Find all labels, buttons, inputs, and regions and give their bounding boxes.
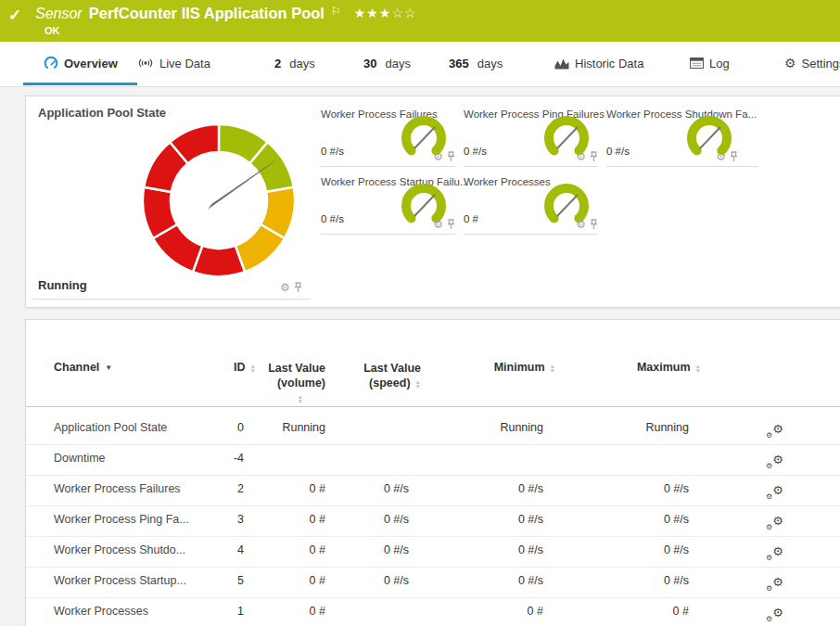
maximum-value: 0 #/s <box>568 513 689 526</box>
gauge-actions: ⚙ <box>716 151 738 162</box>
table-row[interactable]: Downtime -4 ⚙⚙ <box>26 444 840 476</box>
tab-historic-data-label: Historic Data <box>575 57 643 70</box>
gear-icon[interactable]: ⚙ <box>576 151 586 162</box>
gauge-icon <box>44 56 58 70</box>
gauge-value: 0 #/s <box>321 213 344 224</box>
last-value-volume: 0 # <box>251 543 325 556</box>
channel-name: Downtime <box>54 452 106 465</box>
double-gear-icon: ⚙⚙ <box>766 425 783 441</box>
active-tab-underline <box>23 83 137 85</box>
tab-365-days-number: 365 <box>449 57 469 70</box>
gear-icon[interactable]: ⚙ <box>433 219 443 230</box>
area-chart-icon <box>554 57 569 70</box>
tab-2-days-number: 2 <box>274 57 281 70</box>
sort-icon: ▲▼ <box>298 394 303 403</box>
table-row[interactable]: Worker Process Failures 2 0 # 0 #/s 0 #/… <box>26 475 840 506</box>
last-value-volume: 0 # <box>251 574 325 587</box>
tab-historic-data[interactable]: Historic Data <box>554 42 643 84</box>
col-header-id[interactable]: ID▲▼ <box>197 361 256 374</box>
channel-name: Worker Process Failures <box>54 482 181 495</box>
gauge-actions: ⚙ <box>576 151 598 162</box>
col-header-maximum[interactable]: Maximum▲▼ <box>568 361 701 374</box>
gauge-cell-worker-processes: Worker Processes 0 # ⚙ <box>464 173 598 235</box>
gear-icon: ⚙ <box>784 57 796 70</box>
tab-live-data-label: Live Data <box>159 57 210 70</box>
minimum-value: 0 #/s <box>423 513 543 526</box>
gauge-cell-worker-process-failures: Worker Process Failures 0 #/s ⚙ <box>321 106 455 167</box>
pin-icon[interactable] <box>447 151 455 162</box>
priority-stars[interactable]: ★★★☆☆ <box>354 6 417 20</box>
sort-icon: ▲▼ <box>415 379 421 389</box>
tab-30-days[interactable]: 30 days <box>363 42 411 84</box>
pin-icon[interactable] <box>590 151 598 162</box>
tab-settings[interactable]: ⚙ Settings <box>784 42 840 84</box>
minimum-value: 0 #/s <box>423 543 543 556</box>
page-title: PerfCounter IIS Application Pool <box>89 5 325 22</box>
gauge-value: 0 #/s <box>321 146 344 157</box>
channel-id: 3 <box>197 513 244 526</box>
col-header-maximum-label: Maximum <box>637 361 691 374</box>
maximum-value: Running <box>568 421 689 434</box>
pin-icon[interactable] <box>294 282 302 293</box>
flag-icon[interactable]: ⚐ <box>331 5 341 18</box>
gauge-cell-worker-process-shutdown-failures: Worker Process Shutdown Fa... 0 #/s ⚙ <box>606 106 758 167</box>
tab-bar: Overview Live Data 2 days 30 days 365 da… <box>0 42 840 87</box>
maximum-value: 0 #/s <box>568 574 689 587</box>
gear-icon[interactable]: ⚙ <box>280 282 290 293</box>
col-header-line2: (volume) <box>277 377 325 390</box>
double-gear-icon: ⚙⚙ <box>766 547 783 563</box>
gauge-cell-worker-process-ping-failures: Worker Process Ping Failures 0 #/s ⚙ <box>464 106 598 167</box>
gear-icon[interactable]: ⚙ <box>433 151 443 162</box>
channel-table-panel: Channel▼ ID▲▼ Last Value (volume) ▲▼ Las… <box>25 319 840 626</box>
gear-icon[interactable]: ⚙ <box>576 219 586 230</box>
sensor-title-row: Sensor PerfCounter IIS Application Pool … <box>35 5 416 22</box>
log-list-icon <box>690 57 704 69</box>
maximum-value: 0 #/s <box>568 482 689 495</box>
tab-overview[interactable]: Overview <box>44 42 118 84</box>
tab-365-days-label: days <box>477 57 503 70</box>
tab-live-data[interactable]: Live Data <box>137 42 210 84</box>
tab-2-days[interactable]: 2 days <box>274 42 315 84</box>
tab-log[interactable]: Log <box>690 42 730 84</box>
channel-id: 0 <box>197 421 244 434</box>
application-pool-state-gauge <box>141 122 297 278</box>
gauge-actions: ⚙ <box>576 219 598 230</box>
last-value-volume: Running <box>251 421 325 434</box>
col-header-channel[interactable]: Channel▼ <box>54 361 112 374</box>
pin-icon[interactable] <box>590 219 598 230</box>
col-header-line2: (speed) <box>369 377 410 390</box>
stars-empty: ☆☆ <box>391 6 416 20</box>
tab-30-days-number: 30 <box>363 57 376 70</box>
minimum-value: 0 # <box>423 605 543 618</box>
table-row[interactable]: Worker Process Startup... 5 0 # 0 #/s 0 … <box>26 567 840 598</box>
table-header: Channel▼ ID▲▼ Last Value (volume) ▲▼ Las… <box>26 320 840 407</box>
gear-icon[interactable]: ⚙ <box>716 151 726 162</box>
col-header-last-value-volume[interactable]: Last Value (volume) ▲▼ <box>251 361 325 405</box>
table-row[interactable]: Worker Process Ping Fa... 3 0 # 0 #/s 0 … <box>26 505 840 537</box>
gauge-value: 0 #/s <box>464 146 487 157</box>
col-header-minimum[interactable]: Minimum▲▼ <box>423 361 555 374</box>
col-header-id-label: ID <box>234 361 246 374</box>
minimum-value: 0 #/s <box>423 482 543 495</box>
table-row[interactable]: Worker Process Shutdo... 4 0 # 0 #/s 0 #… <box>26 536 840 568</box>
last-value-speed: 0 #/s <box>335 574 409 587</box>
col-header-last-value-speed[interactable]: Last Value (speed)▲▼ <box>335 361 421 390</box>
pin-icon[interactable] <box>730 151 738 162</box>
maximum-value: 0 #/s <box>568 543 689 556</box>
double-gear-icon: ⚙⚙ <box>766 455 783 471</box>
gauge-cell-worker-process-startup-failures: Worker Process Startup Failu... 0 #/s ⚙ <box>321 173 455 235</box>
tab-365-days[interactable]: 365 days <box>449 42 503 84</box>
channel-id: 5 <box>197 574 244 587</box>
sort-icon: ▲▼ <box>695 364 701 373</box>
minimum-value: Running <box>423 421 543 434</box>
col-header-channel-label: Channel <box>54 361 99 374</box>
channel-id: 1 <box>197 605 244 618</box>
pin-icon[interactable] <box>447 219 455 230</box>
object-kind-label: Sensor <box>35 6 83 22</box>
double-gear-icon: ⚙⚙ <box>766 578 783 594</box>
gauge-actions: ⚙ <box>433 219 455 230</box>
tab-settings-label: Settings <box>802 57 840 70</box>
double-gear-icon: ⚙⚙ <box>766 486 783 502</box>
table-row[interactable]: Worker Processes 1 0 # 0 # 0 # ⚙⚙ <box>26 597 840 626</box>
table-row[interactable]: Application Pool State 0 Running Running… <box>26 414 840 445</box>
